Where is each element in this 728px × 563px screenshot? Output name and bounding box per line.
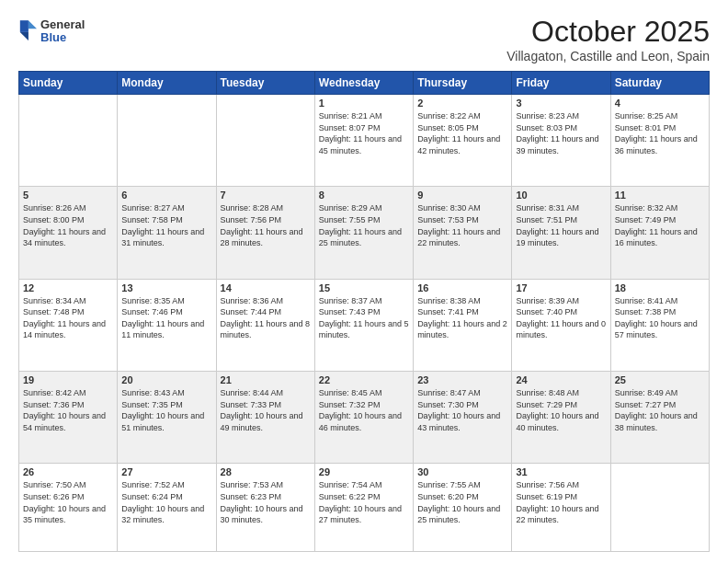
day-cell: 12Sunrise: 8:34 AM Sunset: 7:48 PM Dayli… (19, 279, 118, 371)
svg-marker-1 (28, 20, 37, 29)
day-cell: 29Sunrise: 7:54 AM Sunset: 6:22 PM Dayli… (314, 464, 413, 552)
day-info: Sunrise: 7:56 AM Sunset: 6:19 PM Dayligh… (516, 479, 606, 525)
day-cell: 20Sunrise: 8:43 AM Sunset: 7:35 PM Dayli… (118, 372, 216, 464)
day-info: Sunrise: 7:52 AM Sunset: 6:24 PM Dayligh… (121, 479, 211, 525)
day-number: 6 (121, 190, 211, 201)
day-number: 29 (319, 466, 409, 477)
day-cell: 17Sunrise: 8:39 AM Sunset: 7:40 PM Dayli… (512, 279, 610, 371)
location: Villagaton, Castille and Leon, Spain (506, 49, 710, 63)
day-info: Sunrise: 8:45 AM Sunset: 7:32 PM Dayligh… (319, 387, 409, 433)
day-cell: 15Sunrise: 8:37 AM Sunset: 7:43 PM Dayli… (314, 279, 413, 371)
day-number: 21 (221, 374, 311, 385)
week-row-3: 12Sunrise: 8:34 AM Sunset: 7:48 PM Dayli… (19, 279, 710, 371)
title-block: October 2025 Villagaton, Castille and Le… (506, 15, 710, 63)
day-cell: 23Sunrise: 8:47 AM Sunset: 7:30 PM Dayli… (414, 372, 512, 464)
day-info: Sunrise: 8:36 AM Sunset: 7:44 PM Dayligh… (221, 295, 311, 341)
day-info: Sunrise: 8:26 AM Sunset: 8:00 PM Dayligh… (23, 202, 113, 248)
week-row-5: 26Sunrise: 7:50 AM Sunset: 6:26 PM Dayli… (19, 464, 710, 552)
day-number: 2 (417, 98, 507, 109)
day-info: Sunrise: 8:35 AM Sunset: 7:46 PM Dayligh… (121, 295, 211, 341)
calendar-header-sunday: Sunday (19, 72, 118, 95)
calendar-header-saturday: Saturday (610, 72, 709, 95)
day-info: Sunrise: 8:48 AM Sunset: 7:29 PM Dayligh… (516, 387, 606, 433)
day-info: Sunrise: 8:25 AM Sunset: 8:01 PM Dayligh… (615, 110, 705, 156)
day-info: Sunrise: 8:43 AM Sunset: 7:35 PM Dayligh… (121, 387, 211, 433)
week-row-2: 5Sunrise: 8:26 AM Sunset: 8:00 PM Daylig… (19, 187, 710, 279)
week-row-1: 1Sunrise: 8:21 AM Sunset: 8:07 PM Daylig… (19, 95, 710, 187)
day-cell: 30Sunrise: 7:55 AM Sunset: 6:20 PM Dayli… (414, 464, 512, 552)
day-number: 20 (121, 374, 211, 385)
day-number: 4 (615, 98, 705, 109)
day-info: Sunrise: 7:50 AM Sunset: 6:26 PM Dayligh… (23, 479, 113, 525)
calendar-header-friday: Friday (512, 72, 610, 95)
calendar: SundayMondayTuesdayWednesdayThursdayFrid… (18, 71, 710, 552)
logo-icon (18, 18, 37, 44)
calendar-header-row: SundayMondayTuesdayWednesdayThursdayFrid… (19, 72, 710, 95)
day-cell: 9Sunrise: 8:30 AM Sunset: 7:53 PM Daylig… (414, 187, 512, 279)
day-cell: 14Sunrise: 8:36 AM Sunset: 7:44 PM Dayli… (216, 279, 314, 371)
svg-rect-0 (20, 20, 28, 32)
day-cell (216, 95, 314, 187)
day-cell: 7Sunrise: 8:28 AM Sunset: 7:56 PM Daylig… (216, 187, 314, 279)
day-number: 18 (615, 282, 705, 293)
day-cell: 1Sunrise: 8:21 AM Sunset: 8:07 PM Daylig… (314, 95, 413, 187)
day-cell: 8Sunrise: 8:29 AM Sunset: 7:55 PM Daylig… (314, 187, 413, 279)
day-info: Sunrise: 8:39 AM Sunset: 7:40 PM Dayligh… (516, 295, 606, 341)
day-number: 28 (221, 466, 311, 477)
day-number: 25 (615, 374, 705, 385)
day-info: Sunrise: 8:42 AM Sunset: 7:36 PM Dayligh… (23, 387, 113, 433)
day-cell (19, 95, 118, 187)
day-info: Sunrise: 8:41 AM Sunset: 7:38 PM Dayligh… (615, 295, 705, 341)
day-info: Sunrise: 7:55 AM Sunset: 6:20 PM Dayligh… (417, 479, 507, 525)
day-number: 26 (23, 466, 113, 477)
day-info: Sunrise: 8:27 AM Sunset: 7:58 PM Dayligh… (121, 202, 211, 248)
day-info: Sunrise: 8:37 AM Sunset: 7:43 PM Dayligh… (319, 295, 409, 341)
day-number: 30 (417, 466, 507, 477)
day-cell: 24Sunrise: 8:48 AM Sunset: 7:29 PM Dayli… (512, 372, 610, 464)
day-number: 27 (121, 466, 211, 477)
day-number: 7 (221, 190, 311, 201)
month-title: October 2025 (506, 15, 710, 49)
day-cell: 22Sunrise: 8:45 AM Sunset: 7:32 PM Dayli… (314, 372, 413, 464)
day-cell: 3Sunrise: 8:23 AM Sunset: 8:03 PM Daylig… (512, 95, 610, 187)
day-cell: 25Sunrise: 8:49 AM Sunset: 7:27 PM Dayli… (610, 372, 709, 464)
day-cell: 2Sunrise: 8:22 AM Sunset: 8:05 PM Daylig… (414, 95, 512, 187)
day-cell: 16Sunrise: 8:38 AM Sunset: 7:41 PM Dayli… (414, 279, 512, 371)
calendar-header-tuesday: Tuesday (216, 72, 314, 95)
calendar-body: 1Sunrise: 8:21 AM Sunset: 8:07 PM Daylig… (19, 95, 710, 552)
day-cell: 28Sunrise: 7:53 AM Sunset: 6:23 PM Dayli… (216, 464, 314, 552)
day-number: 15 (319, 282, 409, 293)
day-info: Sunrise: 8:23 AM Sunset: 8:03 PM Dayligh… (516, 110, 606, 156)
logo-general: General (40, 18, 85, 31)
day-info: Sunrise: 8:44 AM Sunset: 7:33 PM Dayligh… (221, 387, 311, 433)
day-number: 31 (516, 466, 606, 477)
day-info: Sunrise: 8:49 AM Sunset: 7:27 PM Dayligh… (615, 387, 705, 433)
day-info: Sunrise: 8:32 AM Sunset: 7:49 PM Dayligh… (615, 202, 705, 248)
svg-marker-2 (20, 32, 28, 40)
day-cell: 6Sunrise: 8:27 AM Sunset: 7:58 PM Daylig… (118, 187, 216, 279)
day-cell: 21Sunrise: 8:44 AM Sunset: 7:33 PM Dayli… (216, 372, 314, 464)
day-info: Sunrise: 8:21 AM Sunset: 8:07 PM Dayligh… (319, 110, 409, 156)
day-info: Sunrise: 8:38 AM Sunset: 7:41 PM Dayligh… (417, 295, 507, 341)
day-number: 19 (23, 374, 113, 385)
day-cell: 18Sunrise: 8:41 AM Sunset: 7:38 PM Dayli… (610, 279, 709, 371)
day-number: 24 (516, 374, 606, 385)
day-number: 17 (516, 282, 606, 293)
day-number: 10 (516, 190, 606, 201)
day-info: Sunrise: 8:30 AM Sunset: 7:53 PM Dayligh… (417, 202, 507, 248)
day-info: Sunrise: 8:22 AM Sunset: 8:05 PM Dayligh… (417, 110, 507, 156)
day-info: Sunrise: 7:53 AM Sunset: 6:23 PM Dayligh… (221, 479, 311, 525)
day-number: 12 (23, 282, 113, 293)
day-number: 11 (615, 190, 705, 201)
day-number: 14 (221, 282, 311, 293)
logo: General Blue (18, 18, 85, 45)
day-cell: 31Sunrise: 7:56 AM Sunset: 6:19 PM Dayli… (512, 464, 610, 552)
header: General Blue October 2025 Villagaton, Ca… (18, 15, 710, 63)
day-info: Sunrise: 8:28 AM Sunset: 7:56 PM Dayligh… (221, 202, 311, 248)
day-info: Sunrise: 8:31 AM Sunset: 7:51 PM Dayligh… (516, 202, 606, 248)
day-number: 5 (23, 190, 113, 201)
day-info: Sunrise: 8:34 AM Sunset: 7:48 PM Dayligh… (23, 295, 113, 341)
page: General Blue October 2025 Villagaton, Ca… (0, 0, 728, 563)
day-number: 8 (319, 190, 409, 201)
day-cell: 11Sunrise: 8:32 AM Sunset: 7:49 PM Dayli… (610, 187, 709, 279)
